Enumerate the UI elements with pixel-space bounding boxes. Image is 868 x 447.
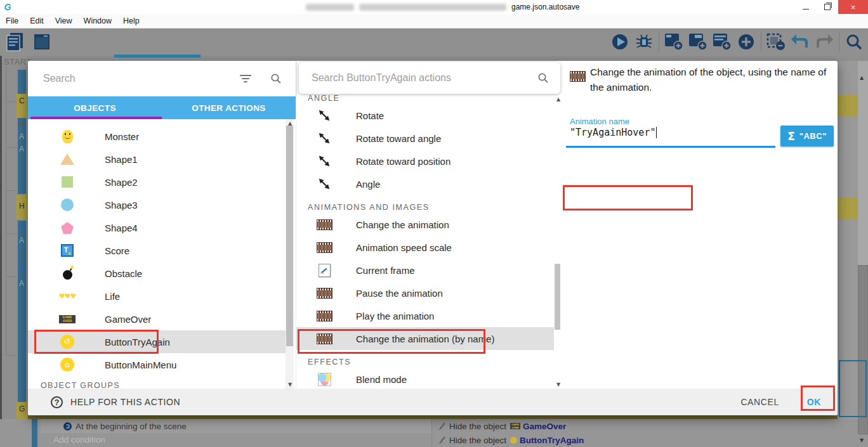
animation-name-input[interactable]: "TryAgainHover" — [570, 127, 657, 138]
action-item[interactable]: Blend mode — [296, 368, 554, 389]
menu-edit[interactable]: Edit — [24, 14, 49, 28]
expression-editor-button[interactable]: Σ "ABC" — [780, 126, 834, 146]
add-condition-link[interactable]: Add condition — [53, 433, 105, 447]
menu-bar: FileEditViewWindowHelp — [0, 14, 868, 29]
blend-mode-icon — [315, 373, 333, 386]
events-text-fragment: A — [19, 132, 24, 141]
object-item-gameover[interactable]: GAMEOVER GameOver — [28, 308, 286, 330]
action-description: Change the animation of the object, usin… — [590, 65, 831, 95]
object-search-bar[interactable]: Search — [28, 61, 296, 96]
toolbar-right-group — [608, 30, 865, 53]
title-bar: G game.json.autosave × — [0, 0, 868, 14]
toolbar-separator — [839, 32, 839, 51]
object-item-buttonmainmenu[interactable]: ⌂ ButtonMainMenu — [28, 353, 286, 376]
selected-event-row-edge — [28, 415, 838, 419]
actions-scrollbar-track[interactable]: ▲ ▼ — [554, 95, 561, 389]
action-search-bar[interactable]: Search ButtonTryAgain actions — [299, 62, 560, 94]
scroll-down-arrow[interactable]: ▼ — [287, 382, 293, 387]
action-item[interactable]: Pause the animation — [296, 282, 554, 304]
event-condition-row[interactable]: At the beginning of the scene — [41, 419, 431, 433]
undo-icon[interactable] — [789, 30, 812, 53]
object-item-shape1[interactable]: Shape1 — [28, 148, 286, 171]
rotate-icon — [315, 108, 333, 122]
scroll-down-arrow[interactable]: ▼ — [860, 437, 867, 443]
object-tabs: OBJECTS OTHER ACTIONS — [28, 96, 296, 119]
events-text-fragment: A — [19, 279, 24, 288]
circle-icon — [59, 198, 76, 211]
action-item[interactable]: Change the animation — [296, 213, 554, 236]
menu-window[interactable]: Window — [78, 14, 117, 28]
event-indent-bar — [18, 70, 26, 94]
search-icon[interactable] — [843, 30, 865, 53]
rotate-icon — [315, 177, 333, 191]
toolbar-separator — [761, 32, 761, 51]
action-search-placeholder[interactable]: Search ButtonTryAgain actions — [312, 72, 560, 84]
objects-scrollbar-thumb[interactable] — [286, 126, 293, 346]
deselect-frame-icon[interactable] — [765, 30, 787, 53]
events-text-fragment: ⚙ — [19, 265, 26, 274]
new-external-events-icon[interactable] — [711, 30, 733, 53]
scroll-up-arrow[interactable]: ▲ — [860, 75, 867, 81]
action-item[interactable]: Rotate toward angle — [296, 127, 554, 150]
start-page-icon[interactable] — [30, 30, 53, 53]
objects-list: Monster Shape1 Shape2 Shape3 Shape4 Tx S… — [28, 119, 286, 389]
condition-text: At the beginning of the scene — [76, 422, 187, 431]
object-item-shape2[interactable]: Shape2 — [28, 171, 286, 193]
new-scene-icon[interactable] — [662, 30, 685, 53]
scroll-up-arrow[interactable]: ▲ — [555, 96, 562, 102]
project-manager-icon[interactable] — [4, 30, 27, 53]
menu-file[interactable]: File — [0, 14, 24, 28]
filter-icon[interactable] — [240, 75, 251, 82]
event-action-row[interactable]: Hide the object ButtonTryAgain — [432, 433, 868, 447]
tab-other-actions[interactable]: OTHER ACTIONS — [162, 96, 296, 119]
object-item-monster[interactable]: Monster — [28, 125, 286, 148]
ok-button[interactable]: OK — [807, 397, 821, 407]
action-item[interactable]: Rotate toward position — [296, 150, 554, 172]
blurred-title-segment — [359, 4, 506, 11]
redo-icon[interactable] — [813, 30, 836, 53]
actions-panel: Search ButtonTryAgain actions ANGLE Rota… — [296, 61, 563, 415]
events-text-fragment: ⚙ — [19, 222, 26, 231]
help-icon: ? — [51, 396, 63, 408]
menu-help[interactable]: Help — [117, 14, 145, 28]
cancel-button[interactable]: CANCEL — [740, 397, 779, 407]
action-item[interactable]: Rotate — [296, 104, 554, 127]
action-item[interactable]: Animation speed scale — [296, 236, 554, 259]
close-button[interactable]: × — [838, 0, 868, 14]
blurred-title-segment — [306, 4, 354, 11]
add-circle-icon[interactable] — [735, 30, 758, 53]
object-search-placeholder[interactable]: Search — [43, 73, 240, 84]
minimize-button[interactable] — [795, 0, 817, 14]
section-header: ANIMATIONS AND IMAGES — [296, 202, 554, 213]
event-indent-bar — [18, 221, 26, 402]
objects-scrollbar-track[interactable]: ▲ ▼ — [286, 119, 294, 389]
input-underline — [566, 146, 775, 148]
play-icon[interactable] — [608, 30, 631, 53]
pen-icon — [438, 422, 446, 431]
help-link[interactable]: ? HELP FOR THIS ACTION — [51, 396, 180, 408]
action-item[interactable]: Change the animation (by name) — [296, 327, 554, 350]
restore-button[interactable] — [817, 0, 838, 14]
action-item[interactable]: Angle — [296, 172, 554, 195]
object-item-shape4[interactable]: Shape4 — [28, 216, 286, 239]
object-item-obstacle[interactable]: Obstacle — [28, 262, 286, 285]
filmstrip-icon — [315, 219, 333, 230]
scroll-down-arrow[interactable]: ▼ — [555, 382, 562, 387]
action-item[interactable]: Current frame — [296, 259, 554, 282]
search-icon[interactable] — [270, 73, 282, 84]
menu-view[interactable]: View — [49, 14, 78, 28]
gameover-sprite-icon: GAME OVER — [510, 423, 520, 429]
search-icon[interactable] — [537, 72, 549, 84]
object-item-score[interactable]: Tx Score — [28, 239, 286, 262]
object-item-shape3[interactable]: Shape3 — [28, 193, 286, 216]
tab-objects[interactable]: OBJECTS — [28, 96, 162, 119]
action-item[interactable]: Play the animation — [296, 304, 554, 327]
event-action-row[interactable]: Hide the object GAME OVER GameOver — [432, 419, 868, 433]
toolbar-separator — [659, 32, 659, 51]
object-item-buttontryagain[interactable]: ↺ ButtonTryAgain — [28, 330, 286, 353]
new-external-layout-icon[interactable] — [687, 30, 709, 53]
highlighted-event-row — [838, 95, 858, 117]
debug-icon[interactable] — [633, 30, 655, 53]
actions-scrollbar-thumb[interactable] — [555, 264, 560, 330]
object-item-life[interactable]: ♥♥♥ Life — [28, 285, 286, 308]
